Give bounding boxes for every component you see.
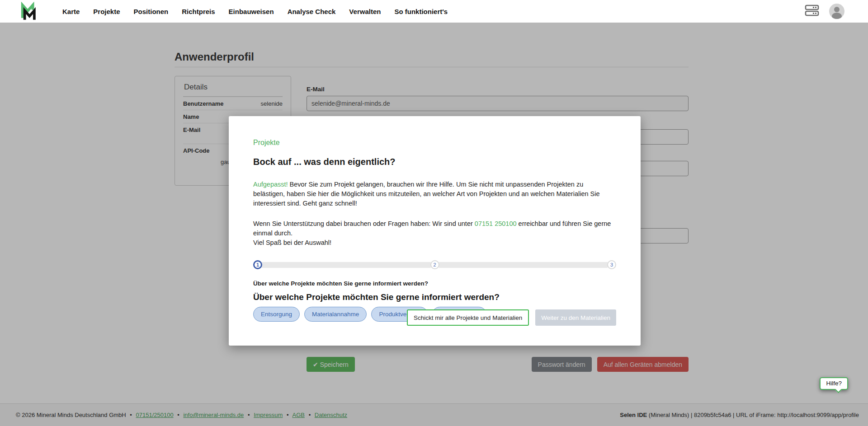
all-projects-button[interactable]: Schickt mir alle Projekte und Materialie…: [407, 309, 529, 326]
modal-support-paragraph: Wenn Sie Unterstützung dabei brauchen od…: [253, 219, 616, 248]
modal-title: Bock auf ... was denn eigentlich?: [253, 157, 616, 167]
step-1-indicator: 1: [253, 260, 262, 269]
step-2-indicator: 2: [430, 260, 439, 269]
navbar-right: [805, 4, 856, 19]
help-bubble[interactable]: Hilfe?: [820, 377, 848, 390]
top-navbar: Karte Projekte Positionen Richtpreis Ein…: [0, 0, 868, 23]
nav-item-projekte[interactable]: Projekte: [93, 8, 120, 15]
app-window: Karte Projekte Positionen Richtpreis Ein…: [0, 0, 868, 426]
nav-item-analyse-check[interactable]: Analyse Check: [288, 8, 336, 15]
nav-item-richtpreis[interactable]: Richtpreis: [182, 8, 215, 15]
step-3-indicator: 3: [607, 260, 616, 269]
phone-link[interactable]: 07151 250100: [475, 220, 517, 227]
nav-item-so-funktionierts[interactable]: So funktioniert's: [394, 8, 448, 15]
nav-item-positionen[interactable]: Positionen: [134, 8, 169, 15]
question-heading: Über welche Projekte möchten Sie gerne i…: [253, 292, 616, 302]
modal-eyebrow: Projekte: [253, 139, 616, 147]
highlight-text: Aufgepasst!: [253, 181, 288, 188]
chip-entsorgung[interactable]: Entsorgung: [253, 307, 300, 322]
user-avatar-icon[interactable]: [829, 4, 844, 19]
support-text: Wenn Sie Unterstützung dabei brauchen od…: [253, 220, 475, 227]
nav-item-verwalten[interactable]: Verwalten: [349, 8, 381, 15]
step-progress: 1 2 3: [253, 260, 616, 269]
modal-intro-paragraph: Aufgepasst! Bevor Sie zum Projekt gelang…: [253, 180, 616, 208]
question-small: Über welche Projekte möchten Sie gerne i…: [253, 280, 616, 287]
progress-track: [262, 262, 431, 268]
mineral-minds-logo-icon[interactable]: [20, 2, 36, 21]
nav-item-einbauweisen[interactable]: Einbauweisen: [229, 8, 274, 15]
nav-item-karte[interactable]: Karte: [62, 8, 80, 15]
progress-track: [439, 262, 608, 268]
support-text-line2: Viel Spaß bei der Auswahl!: [253, 239, 331, 246]
chip-materialannahme[interactable]: Materialannahme: [304, 307, 367, 322]
modal-actions: Schickt mir alle Projekte und Materialie…: [407, 309, 616, 326]
next-to-materials-button[interactable]: Weiter zu den Materialien: [535, 309, 616, 326]
intro-text: Bevor Sie zum Projekt gelangen, brauchen…: [253, 181, 600, 207]
keyboard-icon[interactable]: [805, 4, 819, 19]
projects-onboarding-modal: Projekte Bock auf ... was denn eigentlic…: [229, 116, 641, 346]
nav-menu: Karte Projekte Positionen Richtpreis Ein…: [62, 8, 448, 15]
help-bubble-label: Hilfe?: [826, 380, 842, 387]
